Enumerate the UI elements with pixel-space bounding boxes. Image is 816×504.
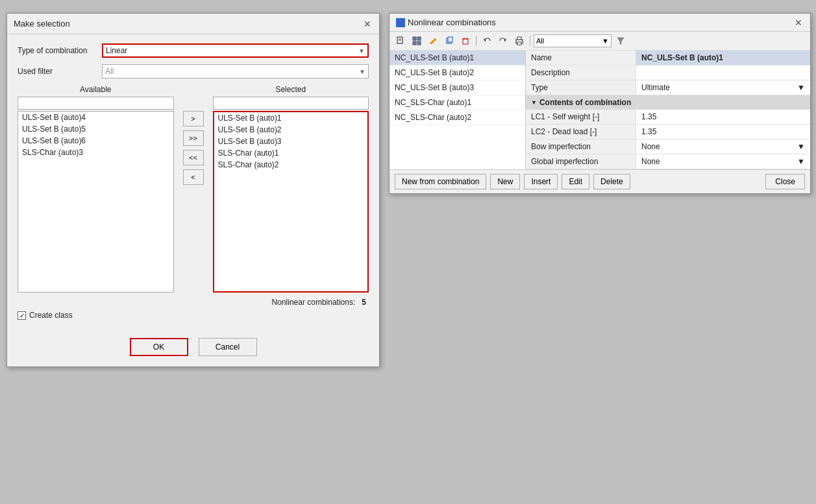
insert-button[interactable]: Insert — [524, 174, 558, 189]
delete-button[interactable]: Delete — [593, 174, 630, 189]
section-collapse-icon: ▼ — [531, 99, 537, 106]
new-button[interactable]: New — [490, 174, 520, 189]
bow-row: Bow imperfection None ▼ — [526, 139, 810, 154]
global-value-text: None — [641, 157, 660, 166]
cancel-button[interactable]: Cancel — [199, 338, 257, 356]
svg-marker-19 — [617, 38, 624, 44]
dialog-buttons: OK Cancel — [7, 338, 379, 366]
selected-panel: Selected ULS-Set B (auto)1 ULS-Set B (au… — [213, 85, 369, 293]
list-item[interactable]: ULS-Set B (auto)4 — [18, 112, 173, 123]
right-dialog-close-button[interactable]: ✕ — [793, 18, 804, 27]
nc-list-item[interactable]: NC_SLS-Char (auto)2 — [389, 110, 525, 125]
global-value[interactable]: None ▼ — [636, 154, 810, 169]
lc2-label: LC2 - Dead load [-] — [526, 125, 636, 139]
selected-list[interactable]: ULS-Set B (auto)1 ULS-Set B (auto)2 ULS-… — [213, 111, 369, 293]
available-panel: Available ULS-Set B (auto)4 ULS-Set B (a… — [18, 85, 174, 293]
available-label: Available — [18, 85, 174, 94]
nonlinear-combinations-dialog: Nonlinear combinations ✕ — [389, 13, 811, 194]
right-dialog-title: Nonlinear combinations — [408, 18, 496, 27]
filter-combo-arrow-icon: ▼ — [359, 68, 365, 75]
toolbar-separator2 — [530, 36, 530, 46]
nonlinear-label: Nonlinear combinations: — [272, 298, 356, 307]
available-search-input[interactable] — [18, 97, 174, 110]
type-arrow-icon: ▼ — [797, 83, 805, 92]
lc2-value: 1.35 — [636, 125, 810, 139]
description-value — [636, 66, 810, 80]
list-item[interactable]: ULS-Set B (auto)2 — [214, 124, 368, 136]
new-from-combination-button[interactable]: New from combination — [395, 174, 486, 189]
left-dialog-titlebar: Make selection ✕ — [7, 14, 379, 34]
type-value-text: Ultimate — [641, 83, 670, 92]
type-of-combination-row: Type of combination Linear ▼ — [18, 43, 369, 58]
svg-rect-4 — [417, 37, 421, 40]
list-item[interactable]: SLS-Char (auto)1 — [214, 147, 368, 159]
move-right-button[interactable]: > — [183, 111, 204, 126]
left-dialog-close-button[interactable]: ✕ — [362, 19, 373, 29]
transfer-buttons-panel: > >> << < — [180, 85, 206, 293]
list-item[interactable]: SLS-Char (auto)2 — [214, 159, 368, 171]
create-class-row: ✓ Create class — [18, 311, 369, 320]
left-dialog-body: Type of combination Linear ▼ Used filter… — [7, 34, 379, 338]
selected-search-input[interactable] — [213, 97, 369, 110]
create-class-checkbox[interactable]: ✓ — [18, 311, 26, 320]
combo-arrow-icon: ▼ — [358, 47, 365, 54]
list-item[interactable]: ULS-Set B (auto)5 — [18, 123, 173, 135]
filter-combo-arrow-icon: ▼ — [602, 37, 609, 45]
ok-button[interactable]: OK — [130, 338, 188, 356]
create-class-label: Create class — [29, 311, 73, 320]
edit-button[interactable]: Edit — [562, 174, 589, 189]
nonlinear-count-row: Nonlinear combinations: 5 — [18, 298, 369, 307]
bow-label: Bow imperfection — [526, 139, 636, 154]
toolbar-separator — [476, 36, 476, 46]
type-row: Type Ultimate ▼ — [526, 80, 810, 95]
nonlinear-count: 5 — [362, 298, 366, 307]
toolbar-print-icon[interactable] — [512, 34, 526, 47]
list-item[interactable]: SLS-Char (auto)3 — [18, 147, 173, 158]
bow-value[interactable]: None ▼ — [636, 139, 810, 154]
lc2-row: LC2 - Dead load [-] 1.35 — [526, 125, 810, 139]
name-row: Name NC_ULS-Set B (auto)1 — [526, 51, 810, 66]
title-icon — [396, 18, 405, 27]
move-left-button[interactable]: < — [183, 169, 204, 185]
used-filter-label: Used filter — [18, 67, 102, 76]
toolbar-redo-icon[interactable] — [496, 34, 510, 47]
type-of-combination-combo[interactable]: Linear ▼ — [102, 43, 369, 58]
left-dialog-title: Make selection — [14, 19, 70, 29]
lc1-value: 1.35 — [636, 110, 810, 124]
used-filter-combo[interactable]: All ▼ — [102, 64, 369, 78]
list-item[interactable]: ULS-Set B (auto)1 — [214, 112, 368, 124]
right-content: NC_ULS-Set B (auto)1 NC_ULS-Set B (auto)… — [389, 51, 810, 169]
toolbar-new-icon[interactable] — [393, 34, 408, 47]
svg-line-7 — [430, 43, 430, 44]
toolbar-filter-icon[interactable] — [613, 34, 628, 47]
nc-list-item[interactable]: NC_SLS-Char (auto)1 — [389, 95, 525, 110]
toolbar-grid-icon[interactable] — [410, 34, 424, 47]
properties-panel: Name NC_ULS-Set B (auto)1 Description Ty… — [526, 51, 810, 169]
nc-list-item[interactable]: NC_ULS-Set B (auto)1 — [389, 51, 525, 66]
description-row: Description — [526, 66, 810, 80]
svg-marker-15 — [504, 38, 506, 42]
list-item[interactable]: ULS-Set B (auto)3 — [214, 136, 368, 147]
lc1-label: LC1 - Self weight [-] — [526, 110, 636, 124]
move-all-right-button[interactable]: >> — [183, 130, 204, 146]
transfer-section: Available ULS-Set B (auto)4 ULS-Set B (a… — [18, 85, 369, 293]
svg-rect-10 — [463, 39, 468, 44]
move-all-left-button[interactable]: << — [183, 150, 204, 165]
nc-list-item[interactable]: NC_ULS-Set B (auto)2 — [389, 66, 525, 80]
type-of-combination-label: Type of combination — [18, 46, 102, 55]
type-of-combination-value: Linear — [106, 46, 127, 55]
toolbar-delete-icon[interactable] — [458, 34, 473, 47]
close-button[interactable]: Close — [765, 174, 805, 189]
toolbar-undo-icon[interactable] — [480, 34, 494, 47]
toolbar-copy-icon[interactable] — [442, 34, 456, 47]
available-list[interactable]: ULS-Set B (auto)4 ULS-Set B (auto)5 ULS-… — [18, 111, 174, 293]
filter-combo[interactable]: All ▼ — [534, 34, 612, 47]
list-item[interactable]: ULS-Set B (auto)6 — [18, 135, 173, 147]
global-arrow-icon: ▼ — [797, 157, 805, 166]
type-value[interactable]: Ultimate ▼ — [636, 80, 810, 95]
make-selection-dialog: Make selection ✕ Type of combination Lin… — [6, 13, 380, 367]
global-row: Global imperfection None ▼ — [526, 154, 810, 169]
toolbar-edit-icon[interactable] — [426, 34, 440, 47]
nc-list[interactable]: NC_ULS-Set B (auto)1 NC_ULS-Set B (auto)… — [389, 51, 526, 169]
nc-list-item[interactable]: NC_ULS-Set B (auto)3 — [389, 80, 525, 95]
